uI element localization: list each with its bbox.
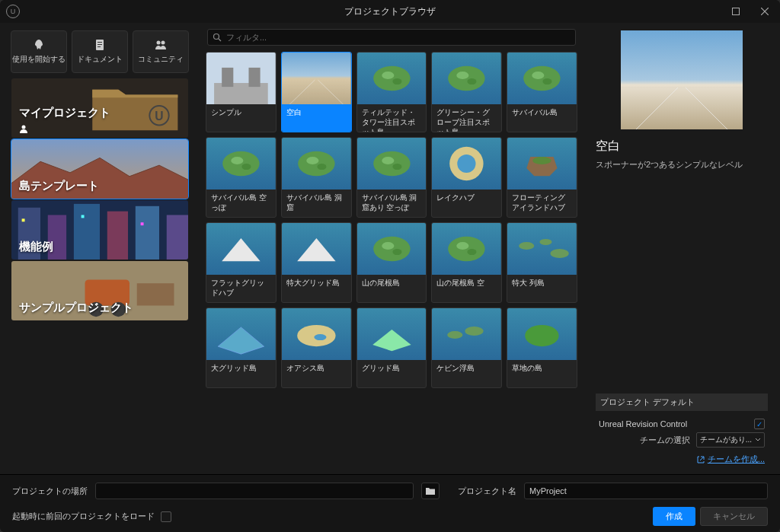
template-card-17[interactable]: グリッド島 (356, 307, 427, 388)
cancel-button[interactable]: キャンセル (700, 507, 768, 526)
svg-point-71 (468, 249, 477, 255)
template-grid: シンプル空白ティルテッド・タワー注目スポット島グリーシー・グローブ注目スポット島… (206, 52, 577, 388)
svg-rect-17 (136, 206, 159, 260)
template-thumb (507, 308, 577, 360)
template-label: サバイバル島 空っぽ (206, 190, 276, 217)
template-label: 空白 (282, 104, 351, 132)
svg-rect-21 (141, 222, 144, 225)
svg-point-70 (457, 242, 469, 250)
project-name-input[interactable] (524, 483, 768, 499)
template-card-16[interactable]: オアシス島 (281, 307, 352, 388)
top-button-2[interactable]: コミュニティ (133, 30, 189, 73)
load-last-label: 起動時に前回のプロジェクトをロード (12, 511, 155, 522)
template-thumb (507, 138, 577, 190)
template-thumb (206, 223, 276, 275)
svg-point-82 (448, 331, 463, 339)
defaults-header: プロジェクト デフォルト (596, 393, 768, 411)
center-panel: シンプル空白ティルテッド・タワー注目スポット島グリーシー・グローブ注目スポット島… (200, 23, 583, 474)
revision-control-label: Unreal Revision Control (599, 419, 687, 428)
top-button-label: コミュニティ (138, 54, 184, 65)
template-label: 草地の島 (507, 360, 577, 387)
svg-point-39 (457, 72, 469, 79)
template-card-13[interactable]: 山の尾根島 空 (431, 222, 502, 303)
svg-rect-0 (733, 8, 740, 15)
top-button-0[interactable]: 使用を開始する (11, 30, 67, 73)
svg-point-43 (532, 72, 544, 79)
template-card-9[interactable]: フローティングアイランドハブ (507, 137, 577, 218)
template-thumb (357, 223, 427, 275)
search-box[interactable] (207, 29, 576, 46)
template-card-15[interactable]: 大グリッド島 (206, 307, 277, 388)
svg-rect-86 (621, 30, 743, 129)
template-card-6[interactable]: サバイバル島 洞窟 (281, 137, 352, 218)
svg-point-46 (222, 151, 259, 176)
category-0[interactable]: Uマイプロジェクト (11, 78, 189, 139)
unreal-logo-icon: U (6, 5, 20, 18)
team-select-dropdown[interactable]: チームがあり... (696, 432, 765, 448)
template-card-7[interactable]: サバイバル島 洞窟あり 空っぽ (356, 137, 427, 218)
svg-rect-19 (22, 218, 25, 221)
window-maximize-button[interactable] (727, 2, 745, 21)
team-select-label: チームの選択 (640, 435, 690, 446)
browse-folder-button[interactable] (421, 483, 440, 499)
svg-point-40 (468, 78, 477, 84)
template-label: フローティングアイランドハブ (507, 190, 577, 217)
external-link-icon (697, 456, 705, 464)
details-panel: 空白 スポーナーが2つあるシンプルなレベル プロジェクト デフォルト Unrea… (583, 23, 780, 474)
template-card-2[interactable]: ティルテッド・タワー注目スポット島 (356, 52, 427, 132)
create-button[interactable]: 作成 (653, 507, 695, 526)
template-card-11[interactable]: 特大グリッド島 (281, 222, 352, 303)
svg-rect-20 (82, 215, 85, 218)
template-card-10[interactable]: フラットグリッドハブ (206, 222, 277, 303)
bottom-bar: プロジェクトの場所 プロジェクト名 起動時に前回のプロジェクトをロード 作成 キ… (0, 474, 780, 532)
svg-rect-30 (222, 68, 233, 87)
top-button-label: 使用を開始する (12, 54, 66, 65)
revision-control-checkbox[interactable] (754, 419, 765, 429)
template-label: 特大 列島 (507, 275, 577, 302)
chevron-down-icon (755, 437, 761, 443)
svg-point-61 (532, 157, 551, 164)
template-card-18[interactable]: ケビン浮島 (431, 307, 502, 388)
template-label: レイクハブ (432, 190, 501, 217)
svg-point-35 (382, 72, 394, 79)
svg-rect-16 (107, 212, 128, 260)
template-card-5[interactable]: サバイバル島 空っぽ (206, 137, 277, 218)
template-card-4[interactable]: サバイバル島 (507, 52, 577, 132)
template-card-19[interactable]: 草地の島 (507, 307, 577, 388)
template-card-3[interactable]: グリーシー・グローブ注目スポット島 (431, 52, 502, 132)
template-card-8[interactable]: レイクハブ (431, 137, 502, 218)
load-last-checkbox[interactable] (161, 511, 171, 522)
svg-point-66 (382, 242, 394, 250)
svg-rect-26 (137, 283, 174, 305)
template-card-12[interactable]: 山の尾根島 (356, 222, 427, 303)
svg-rect-81 (432, 308, 501, 360)
template-thumb (432, 223, 501, 275)
svg-point-59 (458, 155, 476, 173)
svg-point-73 (519, 242, 534, 250)
search-input[interactable] (226, 33, 571, 42)
svg-point-51 (306, 157, 318, 164)
category-3[interactable]: サンプルプロジェクト (11, 260, 189, 321)
template-card-0[interactable]: シンプル (206, 52, 277, 132)
svg-rect-4 (98, 46, 101, 47)
category-2[interactable]: 機能例 (11, 199, 189, 260)
svg-point-44 (543, 78, 552, 84)
svg-rect-18 (167, 215, 188, 260)
svg-point-6 (161, 41, 165, 45)
window-close-button[interactable] (756, 2, 774, 21)
template-card-14[interactable]: 特大 列島 (507, 222, 577, 303)
template-thumb (357, 138, 427, 190)
project-browser-window: U プロジェクトブラウザ 使用を開始するドキュメントコミュニティ Uマイプロジェ… (0, 0, 780, 532)
template-card-1[interactable]: 空白 (281, 52, 352, 132)
svg-rect-15 (74, 204, 100, 260)
folder-icon (425, 486, 436, 495)
template-label: オアシス島 (282, 360, 351, 387)
create-team-link[interactable]: チームを作成... (697, 454, 765, 465)
category-1[interactable]: 島テンプレート (11, 139, 189, 199)
template-thumb (432, 308, 501, 360)
top-button-1[interactable]: ドキュメント (72, 30, 128, 73)
project-location-input[interactable] (95, 483, 414, 499)
svg-point-48 (241, 164, 251, 170)
person-icon (19, 124, 28, 133)
category-label: 島テンプレート (19, 179, 99, 193)
